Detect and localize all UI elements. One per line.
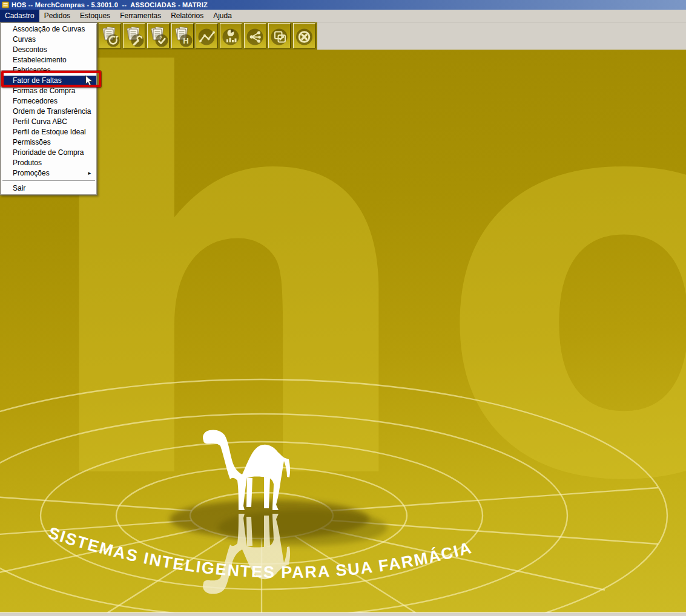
share-network-icon [245, 25, 265, 48]
menu-item-sair[interactable]: Sair [1, 183, 96, 194]
menu-item-descontos[interactable]: Descontos [1, 45, 96, 55]
menu-item-prioridade-de-compra[interactable]: Prioridade de Compra [1, 148, 96, 158]
menu-item-associacao-de-curvas[interactable]: Associação de Curvas [1, 24, 96, 34]
document-refresh-icon [100, 25, 120, 48]
toolbar: ? H [0, 22, 686, 50]
menu-item-perfil-de-estoque-ideal[interactable]: Perfil de Estoque Ideal [1, 127, 96, 137]
document-history-icon: H [173, 25, 193, 48]
menubar-item-pedidos[interactable]: Pedidos [39, 10, 75, 22]
window-title: HOS -- MerchCompras - 5.3001.0 -- ASSOCI… [12, 1, 208, 8]
menu-item-permissoes[interactable]: Permissões [1, 137, 96, 148]
menubar-item-estoques[interactable]: Estoques [75, 10, 115, 22]
menu-item-ordem-de-transferencia[interactable]: Ordem de Transferência [1, 106, 96, 117]
line-chart-icon [197, 25, 217, 48]
menubar-item-cadastro[interactable]: Cadastro [0, 10, 39, 22]
menu-item-curvas[interactable]: Curvas [1, 34, 96, 45]
submenu-arrow-icon: ► [87, 168, 92, 179]
document-verify-icon: ? [148, 25, 168, 48]
toolbar-button-statistics[interactable] [220, 23, 242, 48]
menu-item-formas-de-compra[interactable]: Formas de Compra [1, 86, 96, 96]
toolbar-button-export-window[interactable] [268, 23, 291, 48]
toolbar-button-line-chart[interactable] [196, 23, 218, 48]
toolbar-button-document-verify[interactable]: ? [147, 23, 170, 48]
toolbar-button-panel: ? H [97, 22, 317, 50]
toolbar-button-document-refresh[interactable] [99, 23, 121, 48]
menu-bar: Cadastro Pedidos Estoques Ferramentas Re… [0, 10, 686, 22]
toolbar-button-exit[interactable] [293, 23, 315, 48]
menu-separator [2, 180, 95, 182]
application-window: ho [0, 0, 686, 616]
app-icon [2, 1, 9, 8]
menu-item-perfil-curva-abc[interactable]: Perfil Curva ABC [1, 117, 96, 127]
title-bar[interactable]: HOS -- MerchCompras - 5.3001.0 -- ASSOCI… [0, 0, 686, 10]
cadastro-dropdown-menu: Associação de Curvas Curvas Descontos Es… [0, 22, 97, 195]
svg-text:?: ? [159, 35, 162, 41]
exit-close-icon [294, 25, 314, 48]
menu-item-estabelecimento[interactable]: Estabelecimento [1, 55, 96, 65]
menubar-item-ferramentas[interactable]: Ferramentas [115, 10, 166, 22]
menu-item-produtos[interactable]: Produtos [1, 158, 96, 168]
menubar-item-relatorios[interactable]: Relatórios [166, 10, 208, 22]
status-bar [0, 612, 686, 616]
menu-item-promocoes[interactable]: Promoções ► [1, 168, 96, 179]
toolbar-button-document-history[interactable]: H [171, 23, 194, 48]
menu-item-fornecedores[interactable]: Fornecedores [1, 96, 96, 106]
globe-wireframe [0, 379, 667, 616]
statistics-pie-bars-icon [221, 25, 241, 48]
svg-text:H: H [183, 36, 188, 45]
toolbar-button-share[interactable] [244, 23, 266, 48]
document-wrench-icon [124, 25, 144, 48]
menubar-item-ajuda[interactable]: Ajuda [208, 10, 237, 22]
toolbar-button-document-settings[interactable] [123, 23, 145, 48]
globe-camel-artwork: SISTEMAS INTELIGENTES PARA SUA FARMÁCIA [0, 0, 686, 616]
mouse-cursor-icon [85, 75, 94, 87]
export-window-icon [269, 25, 289, 48]
